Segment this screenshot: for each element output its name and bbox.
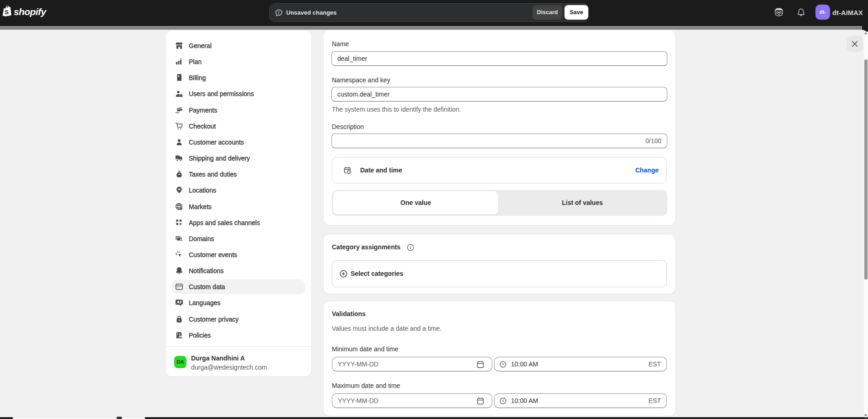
svg-text:S: S [5, 9, 9, 16]
